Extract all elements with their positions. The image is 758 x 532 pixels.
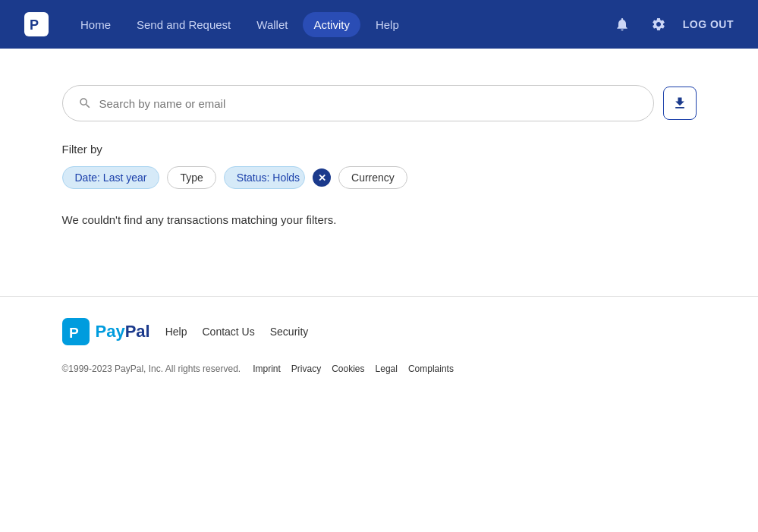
footer-bottom: ©1999-2023 PayPal, Inc. All rights reser…	[62, 364, 697, 374]
search-icon	[78, 96, 92, 110]
footer-help-link[interactable]: Help	[165, 326, 187, 338]
footer-logo: P PayPal	[62, 318, 150, 345]
main-content: Filter by Date: Last year Type Status: H…	[38, 49, 721, 250]
filter-label: Filter by	[62, 143, 697, 156]
nav-help[interactable]: Help	[365, 12, 410, 37]
status-filter-chip[interactable]: Status: Holds	[224, 166, 305, 189]
nav-send-and-request[interactable]: Send and Request	[126, 12, 241, 37]
nav-activity[interactable]: Activity	[303, 12, 360, 37]
paypal-logo-icon: P	[24, 12, 49, 36]
navbar: P Home Send and Request Wallet Activity …	[0, 0, 758, 49]
svg-text:P: P	[30, 17, 39, 33]
footer-imprint-link[interactable]: Imprint	[253, 364, 281, 374]
footer-cookies-link[interactable]: Cookies	[332, 364, 364, 374]
footer-links: Help Contact Us Security	[165, 326, 309, 338]
footer-copyright: ©1999-2023 PayPal, Inc. All rights reser…	[62, 364, 241, 374]
footer-paypal-logo-icon: P	[62, 318, 90, 345]
navbar-links: Home Send and Request Wallet Activity He…	[70, 12, 610, 37]
date-filter-chip[interactable]: Date: Last year	[62, 166, 160, 189]
gear-icon	[651, 17, 666, 32]
footer-logo-text: PayPal	[96, 322, 150, 342]
footer-legal-links: Imprint Privacy Cookies Legal Complaints	[253, 364, 454, 374]
search-row	[62, 85, 697, 121]
footer-security-link[interactable]: Security	[270, 326, 309, 338]
currency-filter-chip[interactable]: Currency	[338, 166, 407, 189]
footer: P PayPal Help Contact Us Security ©1999-…	[0, 297, 758, 392]
footer-legal-link[interactable]: Legal	[376, 364, 398, 374]
search-input[interactable]	[99, 97, 638, 110]
footer-inner: P PayPal Help Contact Us Security ©1999-…	[38, 297, 721, 392]
bell-icon	[615, 17, 630, 32]
svg-text:P: P	[69, 325, 79, 341]
filter-chips: Date: Last year Type Status: Holds ✕ Cur…	[62, 166, 697, 189]
status-filter-close-button[interactable]: ✕	[313, 168, 331, 187]
nav-home[interactable]: Home	[70, 12, 121, 37]
settings-button[interactable]	[646, 12, 671, 36]
search-bar-container	[62, 85, 654, 121]
logout-button[interactable]: LOG OUT	[683, 18, 734, 30]
footer-privacy-link[interactable]: Privacy	[291, 364, 321, 374]
type-filter-chip[interactable]: Type	[167, 166, 215, 189]
empty-state-message: We couldn't find any transactions matchi…	[62, 213, 697, 226]
notifications-button[interactable]	[610, 12, 634, 36]
nav-wallet[interactable]: Wallet	[246, 12, 298, 37]
download-button[interactable]	[663, 87, 697, 120]
status-filter-label: Status: Holds	[237, 172, 300, 184]
navbar-right: LOG OUT	[610, 12, 734, 36]
footer-complaints-link[interactable]: Complaints	[408, 364, 454, 374]
navbar-logo: P	[24, 12, 49, 36]
download-icon	[672, 96, 687, 111]
footer-logo-row: P PayPal Help Contact Us Security	[62, 318, 697, 345]
footer-contact-link[interactable]: Contact Us	[202, 326, 254, 338]
